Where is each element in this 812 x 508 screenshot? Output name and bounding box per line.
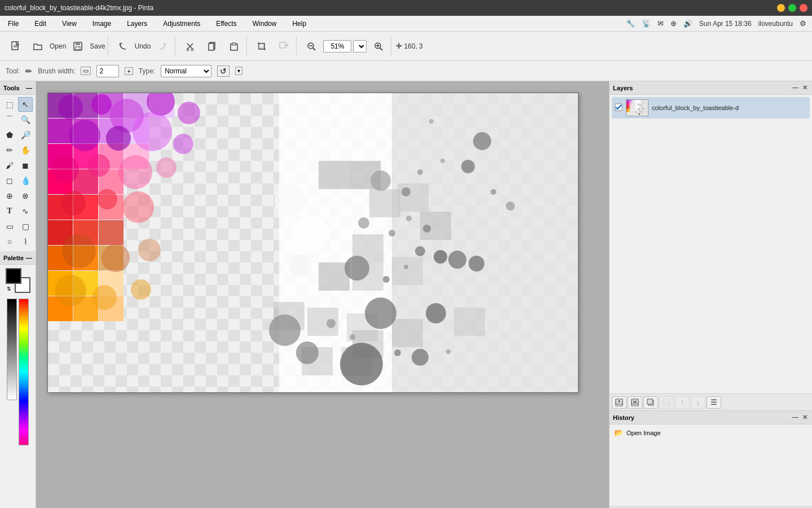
undo-button[interactable] — [113, 36, 133, 56]
brush-style-icon[interactable]: ↺ — [217, 65, 230, 77]
brush-width-input[interactable]: 2 — [96, 65, 119, 77]
delete-layer-button[interactable] — [628, 396, 642, 409]
maximize-button[interactable] — [788, 4, 796, 12]
svg-rect-14 — [259, 43, 263, 48]
open-button[interactable] — [28, 36, 48, 56]
zoom-in-button[interactable] — [368, 36, 389, 56]
history-close-btn[interactable]: ✕ — [801, 414, 809, 421]
resize-button[interactable] — [273, 36, 294, 56]
layer-item[interactable]: colorful_block_by_toastieable-d — [612, 97, 810, 119]
brush-width-plus-icon[interactable]: + — [125, 67, 133, 75]
crop-button[interactable] — [251, 36, 272, 56]
canvas-wrapper — [47, 93, 579, 393]
move-layer-up-button[interactable]: ↑ — [675, 396, 690, 409]
freeform-tool[interactable]: ⌇ — [18, 234, 33, 249]
network-icon: 📡 — [642, 19, 651, 28]
history-item[interactable]: 📂 Open Image — [612, 427, 810, 439]
main-canvas[interactable] — [48, 93, 578, 392]
brush-width-label: Brush width: — [38, 67, 75, 75]
tools-panel-title: Tools — [3, 85, 20, 91]
main-toolbar: Open Save Undo — [0, 32, 812, 61]
menu-adjustments[interactable]: Adjustments — [161, 19, 202, 29]
layers-minimize-btn[interactable]: — — [791, 84, 800, 91]
right-panels: Layers — ✕ color — [609, 81, 812, 508]
svg-rect-33 — [647, 399, 652, 404]
layers-close-btn[interactable]: ✕ — [801, 84, 809, 91]
lasso-tool[interactable]: ⌒ — [2, 112, 17, 127]
cut-button[interactable] — [180, 36, 200, 56]
flatten-button[interactable] — [659, 396, 674, 409]
layers-panel: Layers — ✕ color — [610, 81, 812, 411]
titlebar: colorful_block_by_toastieable-d4k2tmx.jp… — [0, 0, 812, 16]
move-tool[interactable]: ↖ — [18, 97, 33, 112]
tools-panel-minimize[interactable]: — — [26, 85, 32, 91]
gray-strip[interactable] — [7, 299, 17, 400]
zoom-out-tool[interactable]: 🔎 — [18, 128, 33, 142]
paste-button[interactable] — [224, 36, 244, 56]
redo-button[interactable] — [152, 36, 173, 56]
menu-bar: File Edit View Image Layers Adjustments … — [0, 16, 812, 32]
zoom-out-button[interactable] — [301, 36, 321, 56]
history-item-label: Open Image — [626, 430, 661, 436]
svg-rect-13 — [232, 43, 236, 45]
magic-wand-tool[interactable]: ⬟ — [2, 128, 17, 142]
close-button[interactable] — [800, 4, 807, 12]
pencil-tool[interactable]: ✏ — [2, 143, 17, 157]
hue-strip[interactable] — [19, 299, 29, 445]
bezier-tool[interactable]: ∿ — [18, 204, 33, 218]
system-tray: 🔧 📡 ✉ ⊕ 🔊 Sun Apr 15 18:36 iloveubuntu ⚙ — [626, 19, 806, 28]
tools-grid: ⬚ ↖ ⌒ 🔍 ⬟ 🔎 ✏ ✋ 🖌 ◼ ◻ 💧 ⊕ ⊗ T ∿ ▭ ▢ — [0, 95, 36, 251]
swap-colors-icon[interactable]: ⇅ — [7, 286, 11, 292]
move-layer-down-button[interactable]: ↓ — [691, 396, 705, 409]
menu-window[interactable]: Window — [250, 19, 279, 29]
type-select[interactable]: Normal Hard Soft Airbrush — [161, 65, 211, 77]
save-button[interactable] — [68, 36, 88, 56]
fill-tool[interactable]: ◼ — [18, 158, 33, 173]
menu-file[interactable]: File — [6, 19, 21, 29]
rectangle-select-tool[interactable]: ⬚ — [2, 97, 17, 112]
layers-panel-header: Layers — ✕ — [610, 81, 812, 95]
mail-icon: ✉ — [657, 19, 664, 28]
clone-tool[interactable]: ⊕ — [2, 189, 17, 203]
history-panel-header: History — ✕ — [610, 411, 812, 424]
brush-width-minus-icon: ▭ — [81, 67, 91, 75]
coords-icon: ✛ — [396, 42, 402, 50]
zoom-level-input[interactable]: 51% — [323, 40, 351, 52]
clipboard-toolbar-group — [178, 36, 247, 56]
menu-help[interactable]: Help — [290, 19, 308, 29]
duplicate-layer-button[interactable] — [643, 396, 658, 409]
text-tool[interactable]: T — [2, 204, 17, 218]
rounded-rect-tool[interactable]: ▢ — [18, 219, 33, 234]
layer-properties-button[interactable]: ☰ — [707, 396, 721, 409]
color-pick-tool[interactable]: 💧 — [18, 173, 33, 188]
palette-minimize[interactable]: — — [26, 255, 32, 261]
paintbrush-tool[interactable]: 🖌 — [2, 158, 17, 173]
menu-effects[interactable]: Effects — [214, 19, 239, 29]
ellipse-tool[interactable]: ○ — [2, 234, 17, 249]
coords-group: ✛ 160, 3 — [394, 42, 425, 50]
menu-image[interactable]: Image — [90, 19, 113, 29]
menu-edit[interactable]: Edit — [32, 19, 48, 29]
menu-items: File Edit View Image Layers Adjustments … — [6, 19, 308, 29]
rect-shape-tool[interactable]: ▭ — [2, 219, 17, 234]
color-erase-tool[interactable]: ⊗ — [18, 189, 33, 203]
copy-button[interactable] — [202, 36, 222, 56]
zoom-tool[interactable]: 🔍 — [18, 112, 33, 127]
menu-layers[interactable]: Layers — [125, 19, 149, 29]
new-button[interactable] — [6, 36, 26, 56]
hand-tool[interactable]: ✋ — [18, 143, 33, 157]
zoom-dropdown[interactable]: ▾ — [353, 40, 367, 52]
undo-label: Undo — [135, 42, 151, 50]
layer-visibility-checkbox[interactable] — [615, 103, 623, 113]
menu-view[interactable]: View — [60, 19, 79, 29]
username: iloveubuntu — [758, 20, 793, 28]
save-label: Save — [90, 42, 105, 50]
canvas-area[interactable] — [36, 81, 609, 508]
add-layer-button[interactable] — [612, 396, 626, 409]
foreground-color-swatch[interactable] — [6, 268, 21, 284]
eraser-tool[interactable]: ◻ — [2, 173, 17, 188]
history-minimize-btn[interactable]: — — [791, 414, 800, 421]
svg-rect-4 — [76, 42, 80, 45]
brush-style-dropdown[interactable]: ▾ — [235, 67, 242, 75]
minimize-button[interactable] — [777, 4, 785, 12]
